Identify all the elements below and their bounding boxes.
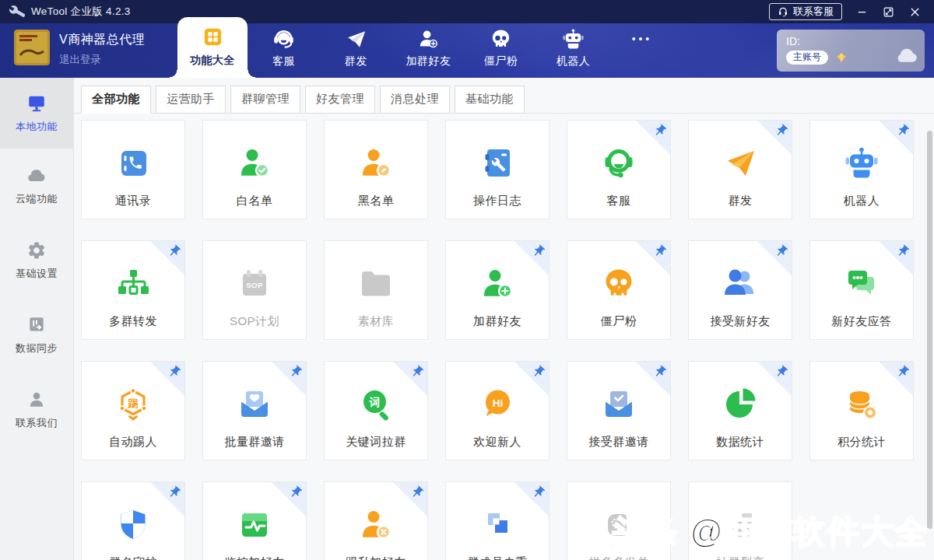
pushpin-icon[interactable] [653, 244, 667, 258]
tab-3[interactable]: 好友管理 [305, 86, 375, 114]
feature-card[interactable]: 接受新好友 [688, 240, 792, 340]
pushpin-icon[interactable] [410, 485, 424, 499]
feature-card[interactable]: 通讯录 [81, 120, 185, 219]
primary-account-badge: 主账号 [786, 51, 828, 65]
feature-card[interactable]: 积分统计 [809, 361, 914, 460]
header-nav: 功能大全客服群发加群好友僵尸粉机器人 [177, 0, 672, 78]
feature-card-label: 僵尸粉 [567, 314, 670, 329]
maximize-button[interactable] [882, 5, 895, 19]
nav-item-0[interactable]: 功能大全 [177, 17, 248, 78]
kick-hexagon-icon: 踢 [114, 386, 152, 426]
robot-icon [843, 145, 880, 185]
feature-card[interactable]: 群名守护 [81, 481, 185, 560]
pushpin-icon[interactable] [167, 485, 181, 499]
nav-item-4[interactable]: 僵尸粉 [465, 0, 537, 78]
minimize-button[interactable] [855, 5, 869, 19]
skull-icon [600, 265, 637, 306]
pushpin-icon[interactable] [774, 124, 788, 138]
envelope-check-icon [600, 386, 637, 426]
pushpin-icon[interactable] [289, 365, 303, 379]
tab-0[interactable]: 全部功能 [81, 86, 151, 114]
svg-text:Hi: Hi [493, 397, 504, 409]
wrench-logo-icon [9, 4, 25, 19]
pushpin-icon[interactable] [774, 365, 788, 379]
pushpin-icon[interactable] [896, 244, 910, 258]
window-controls: 联系客服 [769, 3, 934, 20]
feature-card[interactable]: SOPSOP计划 [202, 240, 307, 340]
feature-card[interactable]: 操作日志 [445, 120, 550, 219]
shield-icon [114, 506, 152, 547]
feature-card-label: 多群转发 [82, 314, 184, 329]
feature-card[interactable]: 拼多多发单 [567, 481, 671, 560]
sidebar-item-1[interactable]: 云端功能 [0, 149, 73, 223]
feature-card[interactable]: 客服 [567, 120, 671, 219]
pushpin-icon[interactable] [410, 365, 424, 379]
feature-card[interactable]: 数据统计 [688, 361, 792, 460]
feature-card[interactable]: 素材库 [324, 240, 428, 340]
account-panel: ID: 主账号 [777, 30, 925, 72]
feature-card-label: 欢迎新人 [446, 435, 549, 450]
pushpin-icon[interactable] [532, 485, 546, 499]
tab-2[interactable]: 群聊管理 [230, 86, 300, 114]
more-menu-button[interactable] [609, 0, 672, 78]
feature-card[interactable]: 黑名单 [324, 120, 428, 219]
pushpin-icon[interactable] [653, 365, 667, 379]
sidebar-item-label: 本地功能 [16, 120, 58, 134]
feature-card[interactable]: 群成员去重 [445, 481, 550, 560]
sidebar-item-2[interactable]: 基础设置 [0, 223, 73, 298]
close-button[interactable] [908, 5, 922, 19]
svg-text:SOP: SOP [246, 281, 263, 289]
feature-card-label: 机器人 [810, 194, 913, 208]
feature-card[interactable]: 词关键词拉群 [324, 361, 428, 460]
tab-5[interactable]: 基础功能 [455, 86, 525, 114]
feature-card[interactable]: 群发 [688, 120, 792, 219]
pushpin-icon[interactable] [532, 365, 546, 379]
feature-card[interactable]: 多群转发 [81, 240, 185, 340]
nav-item-3[interactable]: 加群好友 [392, 0, 465, 78]
feature-card[interactable]: 踢私加好友 [324, 481, 428, 560]
feature-card[interactable]: 新好友应答 [809, 240, 914, 340]
feature-card-label: 关键词拉群 [325, 435, 427, 450]
multi-group-icon [114, 265, 152, 306]
tab-4[interactable]: 消息处理 [380, 86, 450, 114]
main-content: 全部功能运营助手群聊管理好友管理消息处理基础功能 通讯录白名单黑名单操作日志客服… [74, 78, 934, 560]
pushpin-icon[interactable] [653, 124, 667, 138]
grid-icon [202, 25, 223, 48]
contacts-icon [114, 145, 152, 185]
feature-card[interactable]: 社群裂变 [688, 481, 792, 560]
feature-card[interactable]: 踢自动踢人 [81, 361, 185, 460]
avatar[interactable] [14, 30, 50, 65]
feature-card[interactable]: 批量群邀请 [202, 361, 307, 460]
category-tabs: 全部功能运营助手群聊管理好友管理消息处理基础功能 [74, 78, 934, 114]
two-persons-icon [722, 265, 759, 306]
feature-card[interactable]: 监控加好友 [202, 481, 307, 560]
pushpin-icon[interactable] [289, 485, 303, 499]
pushpin-icon[interactable] [896, 365, 910, 379]
feature-card-label: 通讯录 [82, 194, 184, 208]
nav-item-2[interactable]: 群发 [320, 0, 392, 78]
logout-link[interactable]: 退出登录 [59, 53, 145, 67]
pushpin-icon[interactable] [774, 244, 788, 258]
pushpin-icon[interactable] [167, 244, 181, 258]
feature-card[interactable]: 加群好友 [445, 240, 550, 340]
nav-item-5[interactable]: 机器人 [537, 0, 609, 78]
feature-card[interactable]: 接受群邀请 [567, 361, 671, 460]
sidebar-item-0[interactable]: 本地功能 [0, 78, 73, 149]
sidebar-item-3[interactable]: 数据同步 [0, 298, 73, 373]
feature-card[interactable]: 白名单 [202, 120, 307, 219]
person-plus-icon [479, 265, 516, 306]
tab-1[interactable]: 运营助手 [156, 86, 226, 114]
pushpin-icon[interactable] [532, 244, 546, 258]
hi-bubble-icon: Hi [479, 386, 516, 426]
feature-card[interactable]: Hi欢迎新人 [445, 361, 550, 460]
contact-support-button[interactable]: 联系客服 [769, 3, 842, 20]
pushpin-icon[interactable] [167, 365, 181, 379]
feature-card[interactable]: 僵尸粉 [567, 240, 671, 340]
scrollbar-thumb[interactable] [927, 131, 932, 529]
gear-icon [26, 240, 47, 261]
nav-item-1[interactable]: 客服 [248, 0, 320, 78]
pushpin-icon[interactable] [896, 124, 910, 138]
nav-item-label: 功能大全 [190, 54, 235, 68]
sidebar-item-4[interactable]: 联系我们 [0, 373, 73, 447]
feature-card[interactable]: 机器人 [809, 120, 914, 219]
